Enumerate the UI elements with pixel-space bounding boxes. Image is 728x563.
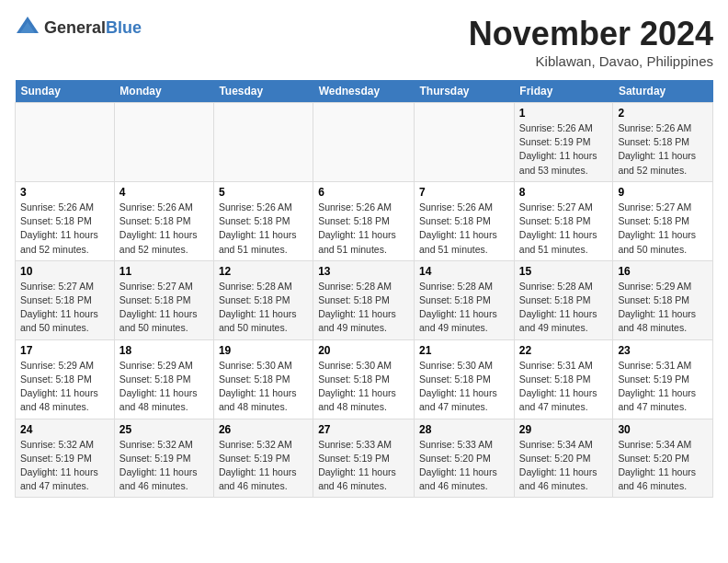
day-number: 15 [519, 265, 609, 278]
day-info: Sunrise: 5:28 AM Sunset: 5:18 PM Dayligh… [318, 281, 396, 334]
day-number: 6 [318, 186, 409, 199]
calendar-cell: 8Sunrise: 5:27 AM Sunset: 5:18 PM Daylig… [514, 181, 613, 260]
calendar-cell: 24Sunrise: 5:32 AM Sunset: 5:19 PM Dayli… [16, 419, 115, 498]
calendar-cell [313, 103, 415, 182]
weekday-header-cell: Thursday [415, 80, 515, 103]
calendar-cell: 15Sunrise: 5:28 AM Sunset: 5:18 PM Dayli… [514, 260, 613, 339]
day-number: 4 [119, 186, 209, 199]
day-number: 5 [219, 186, 308, 199]
day-info: Sunrise: 5:31 AM Sunset: 5:18 PM Dayligh… [519, 360, 597, 413]
day-info: Sunrise: 5:26 AM Sunset: 5:19 PM Dayligh… [519, 122, 597, 176]
calendar-cell: 29Sunrise: 5:34 AM Sunset: 5:20 PM Dayli… [514, 419, 613, 498]
day-number: 24 [20, 423, 109, 436]
day-number: 25 [119, 423, 209, 436]
weekday-header-cell: Wednesday [313, 80, 415, 103]
day-number: 26 [219, 423, 308, 436]
day-info: Sunrise: 5:31 AM Sunset: 5:19 PM Dayligh… [618, 360, 696, 413]
day-number: 11 [119, 265, 209, 278]
calendar-cell: 27Sunrise: 5:33 AM Sunset: 5:19 PM Dayli… [313, 419, 415, 498]
day-info: Sunrise: 5:32 AM Sunset: 5:19 PM Dayligh… [119, 439, 198, 492]
calendar-cell: 7Sunrise: 5:26 AM Sunset: 5:18 PM Daylig… [415, 181, 515, 260]
day-info: Sunrise: 5:27 AM Sunset: 5:18 PM Dayligh… [519, 201, 597, 255]
logo: GeneralBlue [15, 15, 142, 40]
calendar-cell: 19Sunrise: 5:30 AM Sunset: 5:18 PM Dayli… [213, 339, 313, 419]
weekday-header-cell: Tuesday [213, 80, 313, 103]
calendar-cell: 18Sunrise: 5:29 AM Sunset: 5:18 PM Dayli… [114, 339, 213, 419]
calendar-cell: 2Sunrise: 5:26 AM Sunset: 5:18 PM Daylig… [613, 103, 713, 182]
calendar-cell: 6Sunrise: 5:26 AM Sunset: 5:18 PM Daylig… [313, 181, 415, 260]
day-info: Sunrise: 5:26 AM Sunset: 5:18 PM Dayligh… [219, 201, 297, 255]
day-number: 9 [618, 186, 708, 199]
calendar-cell: 26Sunrise: 5:32 AM Sunset: 5:19 PM Dayli… [213, 419, 313, 498]
day-info: Sunrise: 5:26 AM Sunset: 5:18 PM Dayligh… [419, 201, 497, 255]
day-number: 23 [618, 344, 708, 357]
weekday-header-cell: Monday [114, 80, 213, 103]
calendar-cell: 16Sunrise: 5:29 AM Sunset: 5:18 PM Dayli… [613, 260, 713, 339]
calendar-cell: 9Sunrise: 5:27 AM Sunset: 5:18 PM Daylig… [613, 181, 713, 260]
day-number: 21 [419, 344, 509, 357]
day-info: Sunrise: 5:33 AM Sunset: 5:20 PM Dayligh… [419, 439, 497, 492]
location-title: Kiblawan, Davao, Philippines [469, 53, 713, 69]
day-info: Sunrise: 5:29 AM Sunset: 5:18 PM Dayligh… [20, 360, 98, 413]
day-number: 2 [618, 107, 708, 120]
calendar-cell: 21Sunrise: 5:30 AM Sunset: 5:18 PM Dayli… [415, 339, 515, 419]
day-info: Sunrise: 5:30 AM Sunset: 5:18 PM Dayligh… [219, 360, 297, 413]
calendar-cell: 5Sunrise: 5:26 AM Sunset: 5:18 PM Daylig… [213, 181, 313, 260]
weekday-header-row: SundayMondayTuesdayWednesdayThursdayFrid… [16, 80, 713, 103]
day-info: Sunrise: 5:28 AM Sunset: 5:18 PM Dayligh… [519, 281, 597, 334]
day-number: 10 [20, 265, 109, 278]
day-info: Sunrise: 5:26 AM Sunset: 5:18 PM Dayligh… [20, 201, 98, 255]
day-number: 22 [519, 344, 609, 357]
calendar-cell: 28Sunrise: 5:33 AM Sunset: 5:20 PM Dayli… [415, 419, 515, 498]
month-title: November 2024 [469, 15, 713, 53]
day-number: 30 [618, 423, 708, 436]
day-number: 13 [318, 265, 409, 278]
day-number: 8 [519, 186, 609, 199]
day-number: 20 [318, 344, 409, 357]
calendar-cell: 30Sunrise: 5:34 AM Sunset: 5:20 PM Dayli… [613, 419, 713, 498]
calendar-cell: 22Sunrise: 5:31 AM Sunset: 5:18 PM Dayli… [514, 339, 613, 419]
calendar-cell: 14Sunrise: 5:28 AM Sunset: 5:18 PM Dayli… [415, 260, 515, 339]
day-info: Sunrise: 5:29 AM Sunset: 5:18 PM Dayligh… [119, 360, 198, 413]
calendar-cell [16, 103, 115, 182]
day-info: Sunrise: 5:26 AM Sunset: 5:18 PM Dayligh… [318, 201, 396, 255]
day-info: Sunrise: 5:28 AM Sunset: 5:18 PM Dayligh… [219, 281, 297, 334]
calendar-week-row: 24Sunrise: 5:32 AM Sunset: 5:19 PM Dayli… [16, 419, 713, 498]
calendar-week-row: 10Sunrise: 5:27 AM Sunset: 5:18 PM Dayli… [16, 260, 713, 339]
day-info: Sunrise: 5:34 AM Sunset: 5:20 PM Dayligh… [618, 439, 696, 492]
day-number: 18 [119, 344, 209, 357]
calendar-week-row: 17Sunrise: 5:29 AM Sunset: 5:18 PM Dayli… [16, 339, 713, 419]
calendar-cell: 1Sunrise: 5:26 AM Sunset: 5:19 PM Daylig… [514, 103, 613, 182]
title-section: November 2024 Kiblawan, Davao, Philippin… [469, 15, 713, 69]
day-info: Sunrise: 5:32 AM Sunset: 5:19 PM Dayligh… [219, 439, 297, 492]
header: GeneralBlue November 2024 Kiblawan, Dava… [15, 15, 713, 69]
day-number: 16 [618, 265, 708, 278]
day-number: 19 [219, 344, 308, 357]
calendar-cell: 10Sunrise: 5:27 AM Sunset: 5:18 PM Dayli… [16, 260, 115, 339]
logo-blue-text: Blue [106, 18, 142, 37]
calendar-cell: 25Sunrise: 5:32 AM Sunset: 5:19 PM Dayli… [114, 419, 213, 498]
day-info: Sunrise: 5:27 AM Sunset: 5:18 PM Dayligh… [618, 201, 696, 255]
weekday-header-cell: Friday [514, 80, 613, 103]
day-info: Sunrise: 5:27 AM Sunset: 5:18 PM Dayligh… [20, 281, 98, 334]
day-number: 12 [219, 265, 308, 278]
calendar-body: 1Sunrise: 5:26 AM Sunset: 5:19 PM Daylig… [16, 103, 713, 498]
day-info: Sunrise: 5:26 AM Sunset: 5:18 PM Dayligh… [119, 201, 198, 255]
calendar-cell: 3Sunrise: 5:26 AM Sunset: 5:18 PM Daylig… [16, 181, 115, 260]
calendar-cell: 13Sunrise: 5:28 AM Sunset: 5:18 PM Dayli… [313, 260, 415, 339]
day-info: Sunrise: 5:34 AM Sunset: 5:20 PM Dayligh… [519, 439, 597, 492]
calendar-cell [114, 103, 213, 182]
day-info: Sunrise: 5:30 AM Sunset: 5:18 PM Dayligh… [318, 360, 396, 413]
weekday-header-cell: Saturday [613, 80, 713, 103]
day-info: Sunrise: 5:29 AM Sunset: 5:18 PM Dayligh… [618, 281, 696, 334]
day-info: Sunrise: 5:32 AM Sunset: 5:19 PM Dayligh… [20, 439, 98, 492]
day-number: 27 [318, 423, 409, 436]
day-number: 28 [419, 423, 509, 436]
calendar-week-row: 3Sunrise: 5:26 AM Sunset: 5:18 PM Daylig… [16, 181, 713, 260]
calendar-cell: 4Sunrise: 5:26 AM Sunset: 5:18 PM Daylig… [114, 181, 213, 260]
calendar-cell [213, 103, 313, 182]
logo-general-text: General [44, 18, 106, 37]
calendar-cell: 12Sunrise: 5:28 AM Sunset: 5:18 PM Dayli… [213, 260, 313, 339]
day-info: Sunrise: 5:26 AM Sunset: 5:18 PM Dayligh… [618, 122, 696, 176]
calendar-cell: 17Sunrise: 5:29 AM Sunset: 5:18 PM Dayli… [16, 339, 115, 419]
